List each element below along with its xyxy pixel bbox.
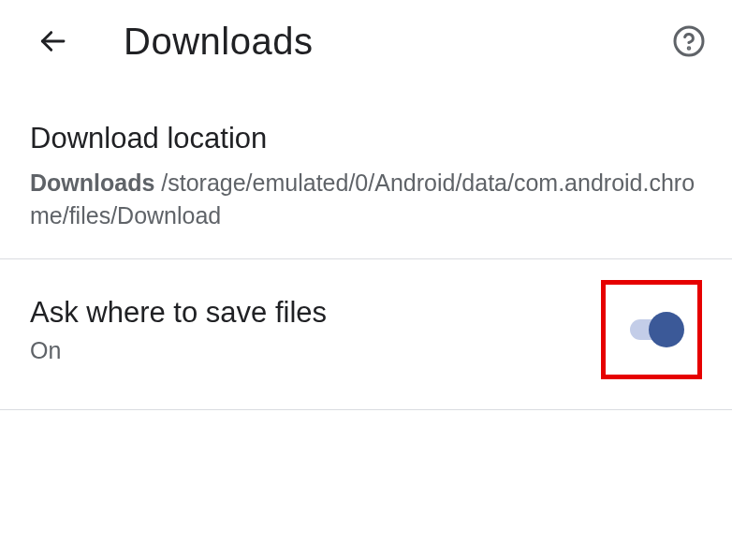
download-location-section[interactable]: Download location Downloads /storage/emu… <box>0 82 732 258</box>
ask-where-toggle[interactable] <box>628 311 684 348</box>
ask-where-text: Ask where to save files On <box>30 296 327 364</box>
ask-where-label: Ask where to save files <box>30 296 327 330</box>
ask-where-section: Ask where to save files On <box>0 259 732 409</box>
page-title: Downloads <box>124 21 313 63</box>
download-location-label: Download location <box>30 122 702 155</box>
help-button[interactable] <box>668 21 710 62</box>
svg-point-2 <box>688 48 690 50</box>
divider <box>0 409 732 410</box>
back-button[interactable] <box>30 19 75 64</box>
help-icon <box>672 24 706 58</box>
header: Downloads <box>0 0 732 82</box>
toggle-highlight-box <box>601 280 702 379</box>
arrow-left-icon <box>37 26 67 56</box>
download-folder-name: Downloads <box>30 169 154 196</box>
toggle-thumb <box>649 312 684 347</box>
download-location-path: Downloads /storage/emulated/0/Android/da… <box>30 167 702 232</box>
ask-where-status: On <box>30 337 327 364</box>
